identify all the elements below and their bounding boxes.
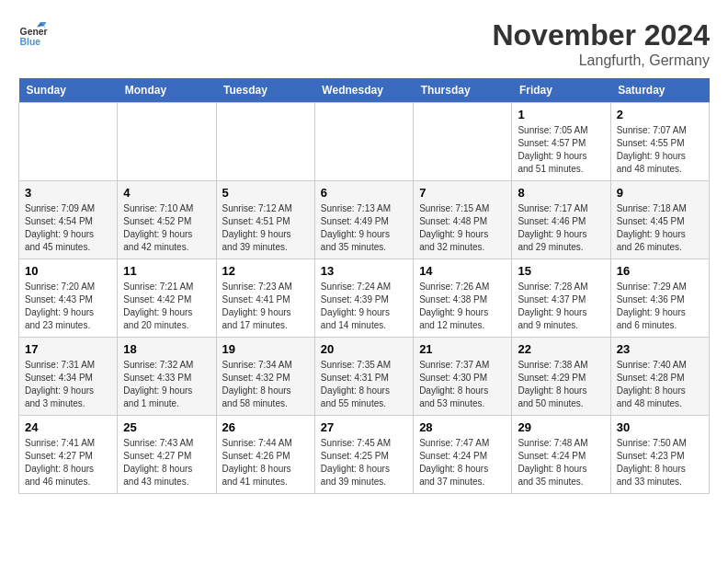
day-number: 22 bbox=[518, 342, 604, 356]
day-info: Sunrise: 7:37 AM Sunset: 4:30 PM Dayligh… bbox=[419, 359, 506, 410]
day-info: Sunrise: 7:12 AM Sunset: 4:51 PM Dayligh… bbox=[222, 202, 309, 254]
day-number: 16 bbox=[617, 264, 703, 278]
day-info: Sunrise: 7:18 AM Sunset: 4:45 PM Dayligh… bbox=[617, 202, 703, 254]
day-info: Sunrise: 7:50 AM Sunset: 4:23 PM Dayligh… bbox=[617, 437, 703, 488]
day-number: 7 bbox=[419, 186, 506, 200]
day-number: 26 bbox=[222, 420, 309, 434]
day-number: 1 bbox=[518, 108, 604, 121]
svg-text:General: General bbox=[20, 27, 48, 37]
weekday-header-thursday: Thursday bbox=[414, 78, 512, 103]
day-info: Sunrise: 7:21 AM Sunset: 4:42 PM Dayligh… bbox=[123, 281, 210, 332]
day-cell: 3Sunrise: 7:09 AM Sunset: 4:54 PM Daylig… bbox=[19, 181, 118, 259]
day-cell: 15Sunrise: 7:28 AM Sunset: 4:37 PM Dayli… bbox=[512, 259, 610, 338]
day-cell: 13Sunrise: 7:24 AM Sunset: 4:39 PM Dayli… bbox=[314, 259, 413, 338]
day-info: Sunrise: 7:32 AM Sunset: 4:33 PM Dayligh… bbox=[123, 359, 210, 410]
day-cell: 23Sunrise: 7:40 AM Sunset: 4:28 PM Dayli… bbox=[610, 338, 709, 416]
weekday-header-sunday: Sunday bbox=[19, 78, 118, 103]
day-number: 8 bbox=[518, 186, 604, 200]
day-info: Sunrise: 7:48 AM Sunset: 4:24 PM Dayligh… bbox=[518, 437, 604, 488]
day-cell: 30Sunrise: 7:50 AM Sunset: 4:23 PM Dayli… bbox=[610, 416, 709, 494]
location: Langfurth, Germany bbox=[492, 52, 710, 69]
day-cell: 26Sunrise: 7:44 AM Sunset: 4:26 PM Dayli… bbox=[216, 416, 314, 494]
day-number: 13 bbox=[321, 264, 407, 278]
day-number: 20 bbox=[321, 342, 407, 356]
day-cell: 11Sunrise: 7:21 AM Sunset: 4:42 PM Dayli… bbox=[118, 259, 216, 338]
month-title: November 2024 bbox=[492, 18, 710, 52]
weekday-header-friday: Friday bbox=[512, 78, 610, 103]
day-number: 29 bbox=[518, 420, 604, 434]
day-info: Sunrise: 7:10 AM Sunset: 4:52 PM Dayligh… bbox=[123, 202, 210, 254]
day-number: 10 bbox=[25, 264, 111, 278]
day-number: 19 bbox=[222, 342, 309, 356]
day-info: Sunrise: 7:20 AM Sunset: 4:43 PM Dayligh… bbox=[25, 281, 111, 332]
logo-icon: General Blue bbox=[18, 18, 48, 48]
day-info: Sunrise: 7:34 AM Sunset: 4:32 PM Dayligh… bbox=[222, 359, 309, 410]
day-info: Sunrise: 7:23 AM Sunset: 4:41 PM Dayligh… bbox=[222, 281, 309, 332]
day-info: Sunrise: 7:13 AM Sunset: 4:49 PM Dayligh… bbox=[321, 202, 407, 254]
day-cell bbox=[19, 103, 118, 181]
calendar-table: SundayMondayTuesdayWednesdayThursdayFrid… bbox=[18, 78, 710, 494]
day-number: 23 bbox=[617, 342, 703, 356]
day-number: 24 bbox=[25, 420, 111, 434]
day-info: Sunrise: 7:24 AM Sunset: 4:39 PM Dayligh… bbox=[321, 281, 407, 332]
weekday-header-monday: Monday bbox=[118, 78, 216, 103]
day-cell: 27Sunrise: 7:45 AM Sunset: 4:25 PM Dayli… bbox=[314, 416, 413, 494]
day-number: 18 bbox=[123, 342, 210, 356]
day-number: 25 bbox=[123, 420, 210, 434]
day-number: 5 bbox=[222, 186, 309, 200]
week-row-5: 24Sunrise: 7:41 AM Sunset: 4:27 PM Dayli… bbox=[19, 416, 710, 494]
day-info: Sunrise: 7:26 AM Sunset: 4:38 PM Dayligh… bbox=[419, 281, 506, 332]
day-info: Sunrise: 7:40 AM Sunset: 4:28 PM Dayligh… bbox=[617, 359, 703, 410]
week-row-3: 10Sunrise: 7:20 AM Sunset: 4:43 PM Dayli… bbox=[19, 259, 710, 338]
day-number: 14 bbox=[419, 264, 506, 278]
weekday-header-saturday: Saturday bbox=[610, 78, 709, 103]
day-cell bbox=[314, 103, 413, 181]
weekday-header-wednesday: Wednesday bbox=[314, 78, 413, 103]
day-cell: 6Sunrise: 7:13 AM Sunset: 4:49 PM Daylig… bbox=[314, 181, 413, 259]
day-cell bbox=[414, 103, 512, 181]
weekday-header-tuesday: Tuesday bbox=[216, 78, 314, 103]
day-number: 11 bbox=[123, 264, 210, 278]
day-cell: 18Sunrise: 7:32 AM Sunset: 4:33 PM Dayli… bbox=[118, 338, 216, 416]
day-info: Sunrise: 7:09 AM Sunset: 4:54 PM Dayligh… bbox=[25, 202, 111, 254]
week-row-4: 17Sunrise: 7:31 AM Sunset: 4:34 PM Dayli… bbox=[19, 338, 710, 416]
day-info: Sunrise: 7:44 AM Sunset: 4:26 PM Dayligh… bbox=[222, 437, 309, 488]
weekday-header-row: SundayMondayTuesdayWednesdayThursdayFrid… bbox=[19, 78, 710, 103]
day-info: Sunrise: 7:28 AM Sunset: 4:37 PM Dayligh… bbox=[518, 281, 604, 332]
day-info: Sunrise: 7:47 AM Sunset: 4:24 PM Dayligh… bbox=[419, 437, 506, 488]
title-block: November 2024 Langfurth, Germany bbox=[492, 18, 710, 69]
logo: General Blue bbox=[18, 18, 48, 48]
day-info: Sunrise: 7:05 AM Sunset: 4:57 PM Dayligh… bbox=[518, 124, 604, 176]
day-cell: 7Sunrise: 7:15 AM Sunset: 4:48 PM Daylig… bbox=[414, 181, 512, 259]
page-header: General Blue November 2024 Langfurth, Ge… bbox=[18, 18, 710, 69]
day-cell: 8Sunrise: 7:17 AM Sunset: 4:46 PM Daylig… bbox=[512, 181, 610, 259]
day-number: 15 bbox=[518, 264, 604, 278]
day-number: 28 bbox=[419, 420, 506, 434]
day-cell: 2Sunrise: 7:07 AM Sunset: 4:55 PM Daylig… bbox=[610, 103, 709, 181]
day-cell: 25Sunrise: 7:43 AM Sunset: 4:27 PM Dayli… bbox=[118, 416, 216, 494]
svg-text:Blue: Blue bbox=[20, 37, 41, 47]
day-number: 27 bbox=[321, 420, 407, 434]
day-cell: 5Sunrise: 7:12 AM Sunset: 4:51 PM Daylig… bbox=[216, 181, 314, 259]
day-cell: 29Sunrise: 7:48 AM Sunset: 4:24 PM Dayli… bbox=[512, 416, 610, 494]
day-cell: 19Sunrise: 7:34 AM Sunset: 4:32 PM Dayli… bbox=[216, 338, 314, 416]
day-info: Sunrise: 7:41 AM Sunset: 4:27 PM Dayligh… bbox=[25, 437, 111, 488]
day-cell: 4Sunrise: 7:10 AM Sunset: 4:52 PM Daylig… bbox=[118, 181, 216, 259]
day-cell: 16Sunrise: 7:29 AM Sunset: 4:36 PM Dayli… bbox=[610, 259, 709, 338]
day-number: 4 bbox=[123, 186, 210, 200]
day-cell bbox=[118, 103, 216, 181]
day-cell: 1Sunrise: 7:05 AM Sunset: 4:57 PM Daylig… bbox=[512, 103, 610, 181]
day-cell: 24Sunrise: 7:41 AM Sunset: 4:27 PM Dayli… bbox=[19, 416, 118, 494]
day-number: 2 bbox=[617, 108, 703, 121]
day-number: 17 bbox=[25, 342, 111, 356]
day-cell: 28Sunrise: 7:47 AM Sunset: 4:24 PM Dayli… bbox=[414, 416, 512, 494]
day-info: Sunrise: 7:17 AM Sunset: 4:46 PM Dayligh… bbox=[518, 202, 604, 254]
day-cell: 14Sunrise: 7:26 AM Sunset: 4:38 PM Dayli… bbox=[414, 259, 512, 338]
day-cell bbox=[216, 103, 314, 181]
day-cell: 21Sunrise: 7:37 AM Sunset: 4:30 PM Dayli… bbox=[414, 338, 512, 416]
week-row-1: 1Sunrise: 7:05 AM Sunset: 4:57 PM Daylig… bbox=[19, 103, 710, 181]
day-number: 6 bbox=[321, 186, 407, 200]
day-info: Sunrise: 7:45 AM Sunset: 4:25 PM Dayligh… bbox=[321, 437, 407, 488]
day-info: Sunrise: 7:35 AM Sunset: 4:31 PM Dayligh… bbox=[321, 359, 407, 410]
day-number: 3 bbox=[25, 186, 111, 200]
